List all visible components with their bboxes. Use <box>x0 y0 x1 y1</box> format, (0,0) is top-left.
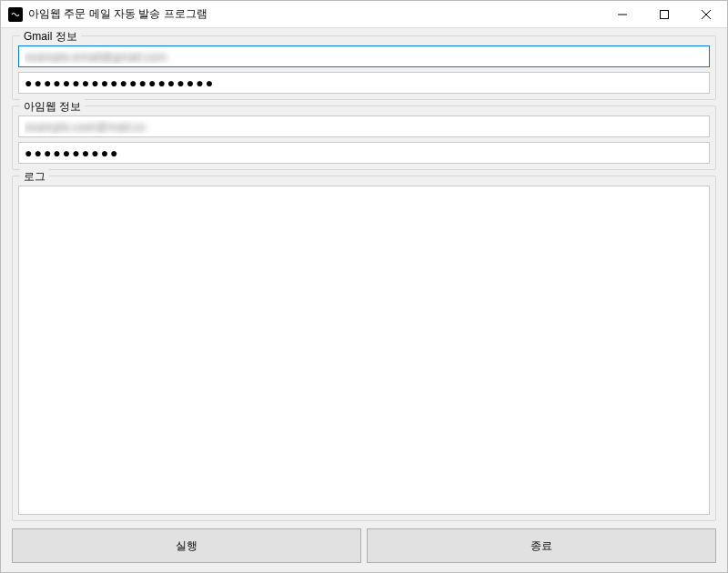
app-icon <box>8 7 23 22</box>
close-icon <box>702 10 711 19</box>
maximize-icon <box>660 10 669 19</box>
imweb-email-input[interactable] <box>18 116 710 137</box>
window-title: 아임웹 주문 메일 자동 발송 프로그램 <box>28 6 602 22</box>
log-textarea[interactable] <box>18 186 710 515</box>
window-controls <box>602 1 727 27</box>
run-button[interactable]: 실행 <box>12 528 361 563</box>
titlebar: 아임웹 주문 메일 자동 발송 프로그램 <box>1 1 727 28</box>
imweb-groupbox-title: 아임웹 정보 <box>20 99 85 115</box>
minimize-button[interactable] <box>602 1 643 27</box>
exit-button[interactable]: 종료 <box>367 528 716 563</box>
minimize-icon <box>618 10 627 19</box>
button-row: 실행 종료 <box>12 528 716 563</box>
content-area: Gmail 정보 아임웹 정보 로그 실행 종료 <box>1 28 727 572</box>
gmail-groupbox-title: Gmail 정보 <box>20 29 81 45</box>
log-groupbox-title: 로그 <box>20 169 49 185</box>
app-window: 아임웹 주문 메일 자동 발송 프로그램 Gmail 정보 아임웹 정보 로그 <box>0 0 728 573</box>
maximize-button[interactable] <box>643 1 685 27</box>
svg-rect-1 <box>661 10 669 18</box>
close-button[interactable] <box>685 1 727 27</box>
gmail-password-input[interactable] <box>18 72 710 94</box>
imweb-password-input[interactable] <box>18 142 710 164</box>
log-groupbox: 로그 <box>12 176 716 521</box>
gmail-groupbox: Gmail 정보 <box>12 35 716 100</box>
gmail-email-input[interactable] <box>18 45 710 67</box>
imweb-groupbox: 아임웹 정보 <box>12 106 716 170</box>
